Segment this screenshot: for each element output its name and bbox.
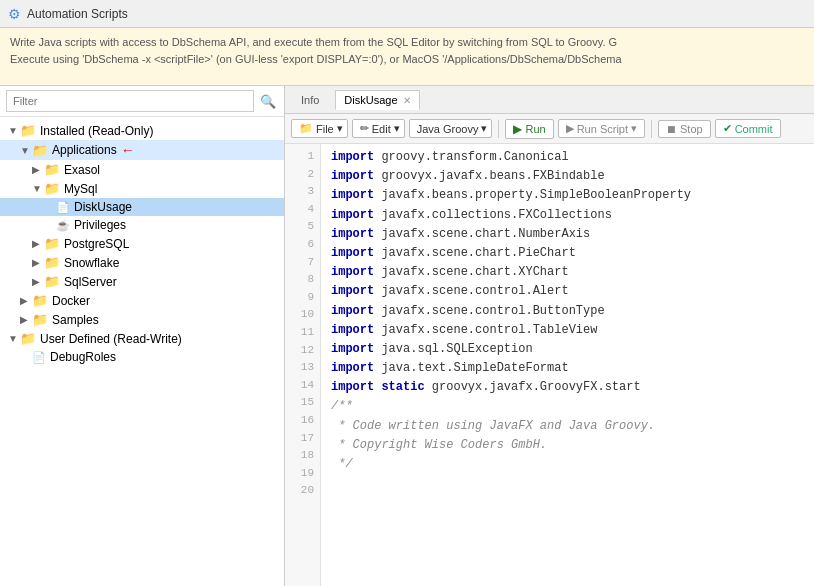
line-numbers: 1234567891011121314151617181920 (285, 144, 321, 586)
run-label: Run (525, 123, 545, 135)
tree-item-sqlserver[interactable]: ▶ 📁 SqlServer (0, 272, 284, 291)
label-installed: Installed (Read-Only) (40, 124, 153, 138)
run-script-icon: ▶ (566, 122, 574, 135)
tree-item-applications[interactable]: ▼ 📁 Applications ← (0, 140, 284, 160)
label-diskusage: DiskUsage (74, 200, 132, 214)
folder-icon-docker: 📁 (32, 293, 48, 308)
label-privileges: Privileges (74, 218, 126, 232)
toolbar-separator-1 (498, 120, 499, 138)
commit-button[interactable]: ✔ Commit (715, 119, 781, 138)
arrow-exasol: ▶ (32, 164, 44, 175)
arrow-installed: ▼ (8, 125, 20, 136)
main-container: 🔍 ▼ 📁 Installed (Read-Only) ▼ 📁 Applicat… (0, 86, 814, 586)
file-icon-diskusage: 📄 (56, 201, 70, 214)
arrow-samples: ▶ (20, 314, 32, 325)
arrow-mysql: ▼ (32, 183, 44, 194)
red-arrow-indicator: ← (121, 142, 135, 158)
edit-label: Edit (372, 123, 391, 135)
arrow-sqlserver: ▶ (32, 276, 44, 287)
folder-icon-installed: 📁 (20, 123, 36, 138)
toolbar: 📁 File ▾ ✏ Edit ▾ Java Groovy ▾ ▶ Run ▶ … (285, 114, 814, 144)
run-script-dropdown-icon: ▾ (631, 122, 637, 135)
filter-search-button[interactable]: 🔍 (258, 92, 278, 111)
file-icon-privileges: ☕ (56, 219, 70, 232)
tab-bar: Info DiskUsage ✕ (285, 86, 814, 114)
tab-close-button[interactable]: ✕ (403, 95, 411, 106)
arrow-snowflake: ▶ (32, 257, 44, 268)
toolbar-separator-2 (651, 120, 652, 138)
java-groovy-label: Java Groovy (417, 123, 479, 135)
left-panel: 🔍 ▼ 📁 Installed (Read-Only) ▼ 📁 Applicat… (0, 86, 285, 586)
tree-item-diskusage[interactable]: ▶ 📄 DiskUsage (0, 198, 284, 216)
tree-item-privileges[interactable]: ▶ ☕ Privileges (0, 216, 284, 234)
code-area[interactable]: 1234567891011121314151617181920 import g… (285, 144, 814, 586)
folder-icon-samples: 📁 (32, 312, 48, 327)
arrow-postgresql: ▶ (32, 238, 44, 249)
arrow-docker: ▶ (20, 295, 32, 306)
file-button[interactable]: 📁 File ▾ (291, 119, 348, 138)
folder-icon-snowflake: 📁 (44, 255, 60, 270)
file-dropdown-icon: ▾ (337, 122, 343, 135)
tree-item-userdefined[interactable]: ▼ 📁 User Defined (Read-Write) (0, 329, 284, 348)
tree-item-snowflake[interactable]: ▶ 📁 Snowflake (0, 253, 284, 272)
tree-item-postgresql[interactable]: ▶ 📁 PostgreSQL (0, 234, 284, 253)
label-debugroles: DebugRoles (50, 350, 116, 364)
right-panel: Info DiskUsage ✕ 📁 File ▾ ✏ Edit ▾ Java … (285, 86, 814, 586)
file-icon-debugroles: 📄 (32, 351, 46, 364)
info-line-2: Execute using 'DbSchema -x <scriptFile>'… (10, 51, 804, 68)
label-snowflake: Snowflake (64, 256, 119, 270)
app-icon: ⚙ (8, 6, 21, 22)
tree-item-docker[interactable]: ▶ 📁 Docker (0, 291, 284, 310)
app-title: Automation Scripts (27, 7, 128, 21)
arrow-userdefined: ▼ (8, 333, 20, 344)
folder-icon-sqlserver: 📁 (44, 274, 60, 289)
arrow-applications: ▼ (20, 145, 32, 156)
folder-icon-exasol: 📁 (44, 162, 60, 177)
tree-item-installed[interactable]: ▼ 📁 Installed (Read-Only) (0, 121, 284, 140)
run-icon: ▶ (513, 122, 522, 136)
commit-label: Commit (735, 123, 773, 135)
label-docker: Docker (52, 294, 90, 308)
tree-item-exasol[interactable]: ▶ 📁 Exasol (0, 160, 284, 179)
tab-diskusage[interactable]: DiskUsage ✕ (335, 90, 419, 110)
tree-item-mysql[interactable]: ▼ 📁 MySql (0, 179, 284, 198)
tree-item-debugroles[interactable]: ▶ 📄 DebugRoles (0, 348, 284, 366)
stop-button[interactable]: ⏹ Stop (658, 120, 711, 138)
label-userdefined: User Defined (Read-Write) (40, 332, 182, 346)
label-mysql: MySql (64, 182, 97, 196)
commit-icon: ✔ (723, 122, 732, 135)
run-button[interactable]: ▶ Run (505, 119, 553, 139)
run-script-button[interactable]: ▶ Run Script ▾ (558, 119, 645, 138)
folder-icon-applications: 📁 (32, 143, 48, 158)
folder-icon-postgresql: 📁 (44, 236, 60, 251)
java-groovy-dropdown-icon: ▾ (481, 122, 487, 135)
tab-diskusage-label: DiskUsage (344, 94, 397, 106)
label-sqlserver: SqlServer (64, 275, 117, 289)
label-applications: Applications (52, 143, 117, 157)
edit-button[interactable]: ✏ Edit ▾ (352, 119, 405, 138)
info-bar: Write Java scripts with access to DbSche… (0, 28, 814, 86)
label-exasol: Exasol (64, 163, 100, 177)
tree: ▼ 📁 Installed (Read-Only) ▼ 📁 Applicatio… (0, 117, 284, 586)
label-postgresql: PostgreSQL (64, 237, 129, 251)
folder-toolbar-icon: 📁 (299, 122, 313, 135)
pencil-icon: ✏ (360, 122, 369, 135)
tab-info[interactable]: Info (291, 90, 329, 110)
filter-bar: 🔍 (0, 86, 284, 117)
tree-item-samples[interactable]: ▶ 📁 Samples (0, 310, 284, 329)
folder-icon-mysql: 📁 (44, 181, 60, 196)
file-label: File (316, 123, 334, 135)
run-script-label: Run Script (577, 123, 628, 135)
title-bar: ⚙ Automation Scripts (0, 0, 814, 28)
folder-icon-userdefined: 📁 (20, 331, 36, 346)
code-content[interactable]: import groovy.transform.Canonicalimport … (321, 144, 701, 586)
filter-input[interactable] (6, 90, 254, 112)
stop-label: Stop (680, 123, 703, 135)
java-groovy-button[interactable]: Java Groovy ▾ (409, 119, 493, 138)
info-line-1: Write Java scripts with access to DbSche… (10, 34, 804, 51)
edit-dropdown-icon: ▾ (394, 122, 400, 135)
stop-icon: ⏹ (666, 123, 677, 135)
label-samples: Samples (52, 313, 99, 327)
